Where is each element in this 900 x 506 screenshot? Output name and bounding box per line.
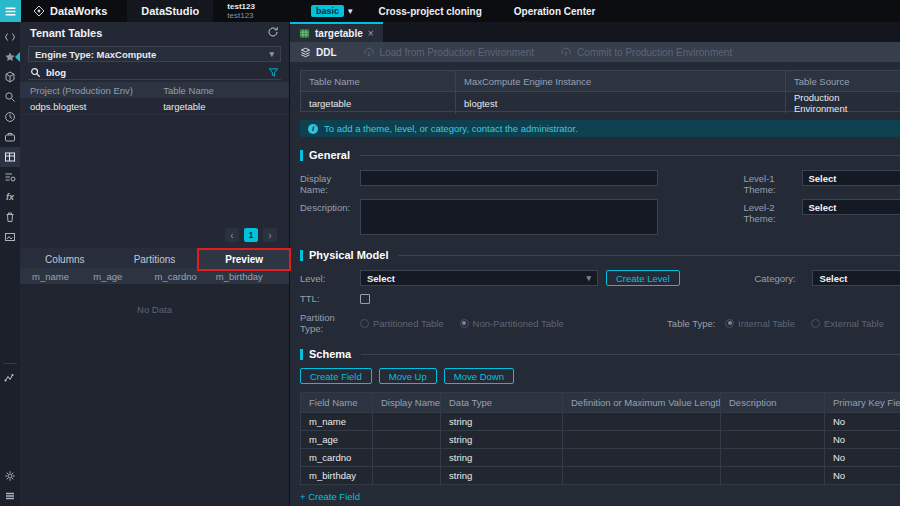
tab-label: Columns [45, 254, 84, 265]
search-icon [4, 91, 16, 103]
section-title: General [309, 149, 350, 161]
table-row[interactable]: odps.blogtest targetable [20, 98, 289, 115]
hdr-data-type: Data Type [441, 393, 563, 412]
rail-item-tables[interactable] [0, 147, 20, 167]
next-page-button[interactable]: › [263, 228, 277, 242]
tab-columns[interactable]: Columns [20, 248, 110, 268]
val-table-source: Production Environment [786, 92, 900, 114]
move-down-button[interactable]: Move Down [444, 368, 514, 384]
rail-item-recycle-bin[interactable] [0, 207, 20, 227]
hdr-table-source: Table Source [786, 71, 900, 91]
rail-item-snippets[interactable] [0, 227, 20, 247]
panel-title: Tenant Tables [30, 27, 102, 39]
env-chevron-down-icon[interactable]: ▾ [348, 6, 353, 16]
nav-operation-center[interactable]: Operation Center [514, 6, 596, 17]
workspace-switcher[interactable]: test123 test123 [227, 2, 255, 20]
rail-item-config[interactable] [0, 167, 20, 187]
section-title: Schema [309, 348, 351, 360]
brand[interactable]: DataWorks [33, 5, 107, 17]
ttl-checkbox[interactable] [360, 294, 370, 304]
engine-type-select[interactable]: Engine Type: MaxCompute ▾ [28, 46, 281, 62]
ddl-button[interactable]: DDL [300, 47, 337, 58]
commit-to-production-button[interactable]: Commit to Production Environment [560, 47, 732, 58]
cell-data-type: string [441, 467, 563, 484]
rail-item-workflow[interactable] [0, 368, 20, 388]
description-input[interactable] [360, 199, 658, 235]
level2-theme-label: Level-2 Theme: [744, 199, 802, 224]
cell-field-name: m_birthday [301, 467, 373, 484]
ddl-label: DDL [316, 47, 337, 58]
schema-row[interactable]: m_namestringNo [301, 412, 900, 430]
search-input[interactable] [46, 67, 263, 78]
prev-page-button[interactable]: ‹ [225, 228, 239, 242]
main-area: targetable × DDL Load from Production En… [290, 22, 900, 506]
section-accent-bar [300, 250, 303, 261]
level-row: Level: Select ▾ Create Level Category: S… [300, 270, 900, 286]
radio-non-partitioned-table[interactable]: Non-Partitioned Table [460, 318, 564, 329]
general-section-header: General [300, 149, 900, 161]
display-name-input[interactable] [360, 170, 658, 186]
load-from-production-button[interactable]: Load from Production Environment [363, 47, 535, 58]
rail-item-search[interactable] [0, 87, 20, 107]
cube-icon [4, 71, 16, 83]
rail-item-history[interactable] [0, 107, 20, 127]
filter-icon[interactable] [268, 67, 279, 78]
rail-bottom-group [0, 359, 20, 506]
close-icon[interactable]: × [368, 28, 374, 39]
body: fx Tenant Tables Engine Type: MaxCompute [0, 22, 900, 506]
cell-display-name [373, 431, 441, 448]
trash-icon [4, 211, 16, 223]
doc-tab-targetable[interactable]: targetable × [290, 22, 383, 42]
schema-header-row: Field Name Display Name Data Type Defini… [301, 393, 900, 412]
cell-display-name [373, 449, 441, 466]
level2-theme-select[interactable]: Select [802, 199, 900, 215]
nav-cross-project-cloning[interactable]: Cross-project cloning [378, 6, 481, 17]
tab-label: Partitions [134, 254, 176, 265]
radio-partitioned-table[interactable]: Partitioned Table [360, 318, 444, 329]
schema-row[interactable]: m_cardnostringNo [301, 448, 900, 466]
hamburger-icon [4, 5, 17, 18]
category-select[interactable]: Select [812, 270, 900, 286]
top-nav: Cross-project cloning Operation Center [378, 6, 595, 17]
rail-item-settings[interactable] [0, 466, 20, 486]
radio-internal-table[interactable]: Internal Table [725, 318, 795, 329]
env-badge[interactable]: basic [311, 5, 344, 17]
level1-theme-select[interactable]: Select [802, 170, 900, 186]
cell-field-name: m_cardno [301, 449, 373, 466]
val-engine-instance: blogtest [456, 92, 786, 114]
col-project: Project (Production Env) [30, 85, 163, 96]
create-level-button[interactable]: Create Level [606, 270, 680, 286]
editor-toolbar: DDL Load from Production Environment Com… [290, 42, 900, 62]
detail-tabs: Columns Partitions Preview [20, 248, 289, 268]
schema-row[interactable]: m_agestringNo [301, 430, 900, 448]
briefcase-icon [4, 131, 16, 143]
rail-item-functions[interactable]: fx [0, 187, 20, 207]
radio-external-table[interactable]: External Table [811, 318, 884, 329]
rail-item-code[interactable] [0, 27, 20, 47]
rail-item-menu[interactable] [0, 486, 20, 506]
rail-item-resources[interactable] [0, 127, 20, 147]
result-table-header: Project (Production Env) Table Name [20, 82, 289, 98]
tab-partitions[interactable]: Partitions [110, 248, 200, 268]
product-name[interactable]: DataStudio [127, 0, 213, 22]
cell-primary-key: No [825, 413, 900, 430]
rail-item-components[interactable] [0, 67, 20, 87]
cell-definition [563, 413, 721, 430]
move-up-button[interactable]: Move Up [379, 368, 437, 384]
gear-icon [4, 470, 16, 482]
level-select[interactable]: Select ▾ [360, 270, 598, 286]
create-field-button[interactable]: Create Field [300, 368, 372, 384]
schema-row[interactable]: m_birthdaystringNo [301, 466, 900, 484]
section-rule [361, 354, 900, 355]
tab-preview[interactable]: Preview [199, 248, 289, 268]
doc-tab-title: targetable [315, 28, 363, 39]
refresh-button[interactable] [267, 24, 279, 42]
main-menu-button[interactable] [0, 0, 21, 22]
preview-body: No Data [20, 284, 289, 506]
green-table-icon [299, 28, 310, 39]
current-page-button[interactable]: 1 [244, 228, 258, 242]
add-field-link[interactable]: + Create Field [300, 491, 360, 502]
rail-item-favorites[interactable] [0, 47, 20, 67]
radio-label: External Table [824, 318, 884, 329]
hdr-display-name: Display Name [373, 393, 441, 412]
